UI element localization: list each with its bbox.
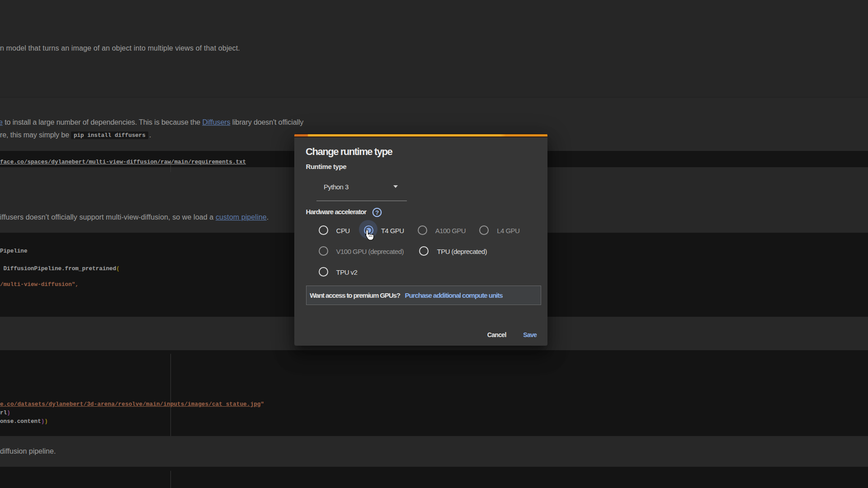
svg-text:?: ? bbox=[375, 209, 378, 216]
